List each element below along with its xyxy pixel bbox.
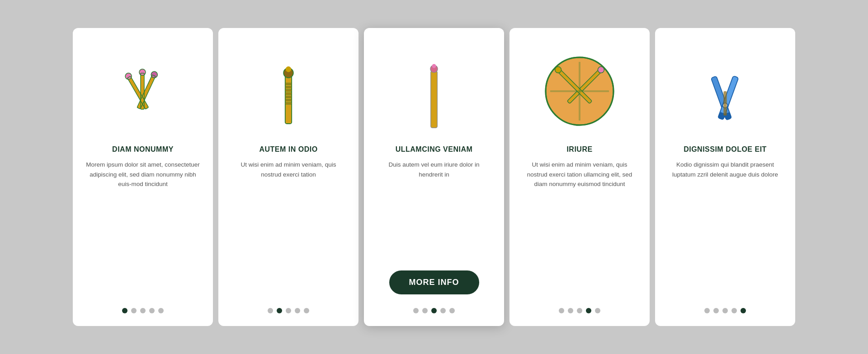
card-1-icon-area — [85, 42, 200, 141]
svg-rect-18 — [285, 99, 292, 101]
dot-active — [122, 308, 127, 313]
card-2-title: AUTEM IN ODIO — [259, 145, 317, 154]
dot — [304, 308, 309, 313]
dot — [449, 308, 455, 313]
dot — [413, 308, 419, 313]
card-2-icon-area — [231, 42, 346, 141]
no-fire-sign-icon — [541, 53, 618, 130]
dot-active — [277, 308, 282, 313]
card-2: AUTEM IN ODIO Ut wisi enim ad minim veni… — [218, 28, 359, 326]
dot — [731, 308, 737, 313]
dot — [268, 308, 273, 313]
dot — [286, 308, 291, 313]
svg-rect-15 — [285, 89, 292, 91]
dot — [295, 308, 300, 313]
dot — [595, 308, 600, 313]
card-3: ULLAMCING VENIAM Duis autem vel eum iriu… — [364, 28, 504, 326]
dot — [149, 308, 155, 313]
dot-active — [431, 308, 437, 313]
matches-bunch-icon — [107, 55, 179, 127]
card-3-icon-area — [377, 42, 491, 141]
svg-rect-16 — [285, 93, 292, 95]
scissors-blue-icon — [693, 51, 757, 132]
card-4: IRIURE Ut wisi enim ad minim veniam, qui… — [509, 28, 650, 326]
dot-active — [586, 308, 591, 313]
match-tool-icon — [261, 51, 316, 132]
card-1-dots — [122, 308, 164, 313]
dot — [440, 308, 446, 313]
card-5-icon-area — [668, 42, 783, 141]
card-4-icon-area — [522, 42, 637, 141]
card-5: DIGNISSIM DOLOE EIT Kodio dignissim qui … — [655, 28, 795, 326]
card-2-dots — [268, 308, 309, 313]
dot — [131, 308, 137, 313]
dot — [704, 308, 710, 313]
card-3-title: ULLAMCING VENIAM — [396, 145, 473, 154]
card-2-body: Ut wisi enim ad minim veniam, quis nostr… — [231, 160, 346, 298]
card-1: DIAM NONUMMY Morem ipsum dolor sit amet,… — [73, 28, 213, 326]
more-info-button[interactable]: MORE INFO — [389, 270, 479, 294]
dot — [422, 308, 428, 313]
cards-container: DIAM NONUMMY Morem ipsum dolor sit amet,… — [46, 10, 822, 344]
dot — [577, 308, 582, 313]
card-3-body: Duis autem vel eum iriure dolor in hendr… — [377, 160, 491, 262]
card-4-dots — [559, 308, 600, 313]
dot — [568, 308, 573, 313]
svg-rect-14 — [285, 86, 292, 88]
dot — [140, 308, 146, 313]
card-3-dots — [413, 308, 455, 313]
dot — [559, 308, 564, 313]
card-5-dots — [704, 308, 746, 313]
dot-active — [741, 308, 746, 313]
dot — [158, 308, 164, 313]
svg-point-24 — [432, 64, 436, 68]
match-stick-icon — [420, 51, 448, 132]
card-1-body: Morem ipsum dolor sit amet, consectetuer… — [85, 160, 200, 298]
card-4-body: Ut wisi enim ad minim veniam, quis nostr… — [522, 160, 637, 298]
dot — [713, 308, 719, 313]
card-5-body: Kodio dignissim qui blandit praesent lup… — [668, 160, 783, 298]
svg-rect-13 — [285, 83, 292, 85]
svg-rect-22 — [431, 71, 437, 128]
card-5-title: DIGNISSIM DOLOE EIT — [684, 145, 767, 154]
dot — [722, 308, 728, 313]
card-1-title: DIAM NONUMMY — [112, 145, 174, 154]
svg-rect-19 — [285, 102, 292, 104]
svg-point-21 — [286, 66, 292, 72]
svg-rect-17 — [285, 96, 292, 98]
card-4-title: IRIURE — [566, 145, 592, 154]
svg-rect-38 — [723, 91, 726, 116]
